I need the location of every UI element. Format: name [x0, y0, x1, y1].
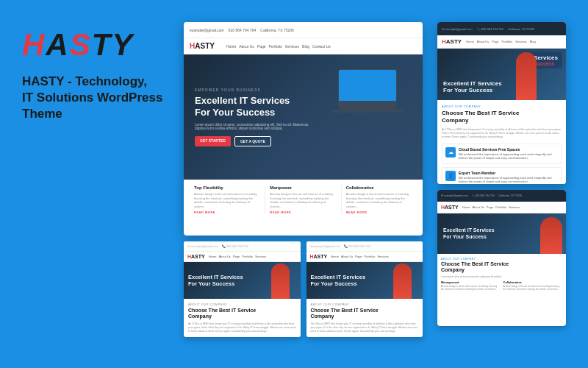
person-silhouette [271, 263, 290, 299]
logo-letter-s: S [70, 27, 92, 62]
cloud-icon: ☁ [445, 147, 456, 158]
preview-logo: HASTY [190, 42, 215, 50]
rbp-features: Management Aenean design is the art and … [441, 280, 562, 291]
center-section: example@gmail.com 810 864 764 764 Califo… [184, 22, 423, 337]
rp-hero: Services Success Excellent IT Services F… [437, 49, 566, 100]
rp-topbar: ✉ example@gmail.com 📞 810 864 764 764 Ca… [437, 22, 566, 35]
right-section: ✉ example@gmail.com 📞 810 864 764 764 Ca… [437, 22, 566, 326]
main-preview: example@gmail.com 810 864 764 764 Califo… [184, 22, 423, 236]
preview-navbar: HASTY Home About Us Page Portfolio Servi… [184, 38, 423, 54]
get-started-button[interactable]: GET STARTED [195, 136, 231, 146]
preview-hero: EMPOWER YOUR BUSINESS Excellent IT Servi… [184, 54, 423, 180]
main-container: HASTY HASTY - Technology, IT Solutions W… [0, 0, 588, 368]
rbp-nav: HASTY Home About Us Page Portfolio Servi… [437, 202, 566, 213]
logo-letter-a: A [46, 27, 69, 62]
preview-cards: Top Flexibility Aenean design is the art… [184, 180, 423, 219]
sp-body-left: ABOUT OUR COMPANY Choose The Best IT Ser… [184, 299, 301, 336]
right-preview-top: ✉ example@gmail.com 📞 810 864 764 764 Ca… [437, 22, 566, 184]
rbp-feature-management: Management Aenean design is the art and … [441, 280, 501, 291]
logo-letter-h: H [22, 27, 46, 62]
logo-letter-t: T [92, 27, 112, 62]
get-quote-button[interactable]: GET A QUOTE [234, 136, 271, 146]
team-icon: 👤 [445, 171, 456, 181]
hero-content: EMPOWER YOUR BUSINESS Excellent IT Servi… [195, 88, 312, 146]
rbp-body: ABOUT OUR COMPANY Choose The Best IT Ser… [437, 254, 566, 294]
rbp-hero: Excellent IT Services For Your Success [437, 213, 566, 254]
bottom-previews: ✉ example@gmail.com 📞 810 864 764 764 HA… [184, 241, 423, 337]
rbp-topbar: ✉ example@gmail.com 📞 810 864 764 764 Ca… [437, 190, 566, 202]
rp-navbar: HASTY Home About Us Page Portfolio Servi… [437, 35, 566, 49]
card-manpower: Manpower Aenean design is the art and sc… [265, 185, 341, 214]
hero-title: Excellent IT Services For Your Success [195, 95, 312, 118]
small-preview-right: ✉ example@gmail.com 📞 810 864 764 764 HA… [306, 241, 423, 337]
card-collaborative: Collaborative Aenean design is the art a… [342, 185, 417, 214]
laptop-visual [338, 69, 412, 113]
hero-lady-figure [540, 217, 562, 254]
sp-topbar-left: ✉ example@gmail.com 📞 810 864 764 764 [184, 241, 301, 252]
sp-hero-left: Excellent IT Services For Your Success [184, 262, 301, 299]
rp-feature-team: 👤 Expert Team Member We understand the i… [442, 167, 562, 184]
preview-topbar: example@gmail.com 810 864 764 764 Califo… [184, 22, 423, 38]
theme-title: HASTY - Technology, IT Solutions WordPre… [22, 74, 169, 122]
person-silhouette-right [393, 263, 412, 299]
rp-feature-cloud: ☁ Cloud Based Services Free Spaces We un… [442, 144, 562, 164]
sp-topbar-right: ✉ example@gmail.com 📞 810 864 764 764 [306, 241, 423, 252]
left-section: HASTY HASTY - Technology, IT Solutions W… [22, 22, 169, 122]
rp-body: ABOUT OUR COMPANY Choose The Best IT Ser… [437, 100, 566, 184]
preview-topinfo: example@gmail.com 810 864 764 764 Califo… [190, 28, 294, 32]
hero-buttons: GET STARTED GET A QUOTE [195, 136, 312, 146]
right-preview-bottom: ✉ example@gmail.com 📞 810 864 764 764 Ca… [437, 190, 566, 326]
sp-nav-right: HASTY Home About Us Page Portfolio Servi… [306, 252, 423, 262]
sp-nav-left: HASTY Home About Us Page Portfolio Servi… [184, 252, 301, 262]
rbp-feature-collaborative: Collaborative Aenean design is the art a… [503, 280, 563, 291]
card-flexibility: Top Flexibility Aenean design is the art… [190, 185, 265, 214]
brand-logo: HASTY [22, 29, 169, 60]
preview-nav: Home About Us Page Portfolio Services Bl… [226, 44, 331, 49]
small-preview-left: ✉ example@gmail.com 📞 810 864 764 764 HA… [184, 241, 301, 337]
woman-figure [516, 52, 537, 100]
sp-body-right: ABOUT OUR COMPANY Choose The Best IT Ser… [306, 299, 423, 336]
sp-hero-right: Excellent IT Services For Your Success [306, 262, 423, 299]
logo-letter-y: Y [112, 27, 134, 62]
